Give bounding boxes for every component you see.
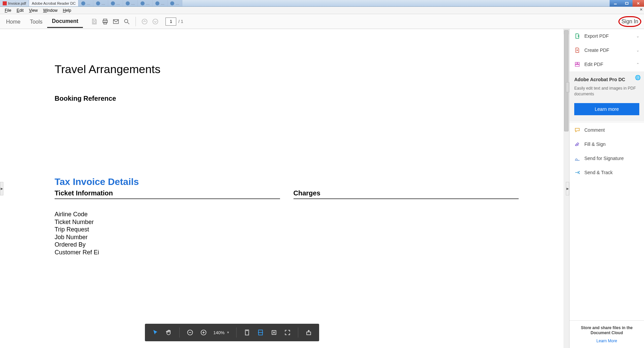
tool-comment[interactable]: Comment — [570, 123, 644, 137]
field-label: Airline Code — [55, 211, 280, 218]
tool-label: Comment — [584, 127, 605, 133]
edit-pdf-icon — [574, 61, 580, 67]
view-controls-toolbar: 140% ▼ — [145, 324, 319, 341]
tool-label: Send & Track — [584, 170, 613, 175]
tool-label: Fill & Sign — [584, 141, 606, 147]
menu-help[interactable]: Help — [60, 7, 74, 13]
tools-pane-footer: Store and share files in the Document Cl… — [570, 320, 644, 348]
tool-send-track[interactable]: Send & Track — [570, 165, 644, 180]
toolbar: Home Tools Document / 1 Sign In — [0, 14, 644, 29]
background-browser-tab[interactable]: … — [123, 0, 138, 6]
tab-label: Invoice.pdf — [8, 1, 26, 5]
favicon-icon — [111, 1, 115, 5]
favicon-icon — [170, 1, 174, 5]
window-tab-invoice[interactable]: Invoice.pdf — [0, 0, 29, 6]
comment-icon — [574, 127, 580, 133]
field-label: Job Number — [55, 233, 280, 241]
send-track-icon — [574, 169, 580, 176]
favicon-icon — [126, 1, 130, 5]
read-mode-icon[interactable] — [303, 327, 314, 338]
document-viewer[interactable]: ▶ Travel Arrangements Booking Reference … — [0, 29, 569, 348]
svg-rect-22 — [575, 62, 577, 64]
zoom-out-icon[interactable] — [184, 327, 196, 338]
field-label: Ticket Number — [55, 218, 280, 226]
window-tab-acrobat[interactable]: Adobe Acrobat Reader DC — [29, 0, 79, 6]
svg-rect-4 — [93, 22, 96, 23]
zoom-level-dropdown[interactable]: 140% ▼ — [211, 329, 232, 337]
nav-home[interactable]: Home — [1, 15, 25, 28]
tool-label: Edit PDF — [584, 62, 603, 67]
background-browser-tab[interactable]: … — [138, 0, 153, 6]
print-icon[interactable] — [100, 16, 111, 27]
favicon-icon — [81, 1, 85, 5]
menu-file[interactable]: File — [2, 7, 14, 13]
scroll-thumb[interactable] — [564, 30, 569, 131]
tool-send-signature[interactable]: Send for Signature — [570, 151, 644, 165]
page-down-icon — [150, 16, 161, 27]
tool-create-pdf[interactable]: Create PDF ⌄ — [570, 43, 644, 57]
document-close-button[interactable]: ✕ — [640, 7, 643, 12]
background-browser-tab[interactable]: … — [167, 0, 182, 6]
pdf-icon — [3, 1, 7, 5]
svg-point-12 — [153, 19, 158, 24]
tool-export-pdf[interactable]: Export PDF ⌄ — [570, 29, 644, 43]
hand-tool-icon[interactable] — [163, 327, 175, 338]
page-up-icon — [139, 16, 150, 27]
search-icon[interactable] — [121, 16, 132, 27]
page-number-input[interactable] — [165, 18, 176, 26]
footer-text: Store and share files in the Document Cl… — [574, 325, 640, 336]
footer-learn-more-link[interactable]: Learn More — [574, 339, 640, 343]
fill-sign-icon — [574, 141, 580, 147]
tool-label: Export PDF — [584, 33, 609, 39]
selection-tool-icon[interactable] — [150, 327, 161, 338]
window-maximize-button[interactable] — [621, 0, 633, 7]
email-icon[interactable] — [111, 16, 121, 27]
tab-label: Adobe Acrobat Reader DC — [32, 1, 75, 5]
nav-document[interactable]: Document — [47, 15, 83, 28]
background-browser-tab[interactable]: … — [108, 0, 123, 6]
window-controls — [610, 0, 644, 6]
svg-rect-1 — [625, 2, 628, 4]
favicon-icon — [155, 1, 159, 5]
menu-window[interactable]: Window — [40, 7, 60, 13]
window-minimize-button[interactable] — [610, 0, 621, 7]
tool-edit-pdf[interactable]: Edit PDF ⌃ — [570, 57, 644, 71]
fit-page-icon[interactable] — [241, 327, 253, 338]
fit-width-icon[interactable] — [255, 327, 266, 338]
zoom-in-icon[interactable] — [198, 327, 209, 338]
favicon-icon — [141, 1, 145, 5]
zoom-value: 140% — [213, 330, 224, 335]
main-area: ▶ Travel Arrangements Booking Reference … — [0, 29, 644, 348]
right-pane-toggle[interactable]: ▶ — [566, 182, 569, 195]
section-charges: Charges — [294, 189, 519, 199]
export-pdf-icon — [574, 33, 580, 39]
fit-visible-icon[interactable] — [268, 327, 280, 338]
menu-edit[interactable]: Edit — [14, 7, 26, 13]
learn-more-button[interactable]: Learn more — [574, 103, 639, 115]
menu-view[interactable]: View — [26, 7, 40, 13]
background-browser-tab[interactable]: … — [153, 0, 167, 6]
field-label: Ordered By — [55, 241, 280, 249]
sign-in-button[interactable]: Sign In — [618, 16, 641, 27]
svg-rect-21 — [307, 332, 311, 335]
create-pdf-icon — [574, 47, 580, 53]
field-label: Trip Request — [55, 226, 280, 233]
left-pane-toggle[interactable]: ▶ — [0, 182, 3, 195]
tools-pane: Export PDF ⌄ Create PDF ⌄ Edit PDF ⌃ 🌐 A… — [569, 29, 644, 348]
chevron-down-icon: ⌄ — [636, 48, 639, 53]
svg-point-28 — [579, 173, 580, 174]
window-close-button[interactable] — [633, 0, 644, 7]
pdf-page: Travel Arrangements Booking Reference Ta… — [4, 29, 569, 256]
menubar: File Edit View Window Help ✕ — [0, 7, 644, 14]
svg-line-10 — [128, 22, 129, 24]
section-ticket-info: Ticket Information — [55, 189, 280, 199]
fullscreen-icon[interactable] — [282, 327, 293, 338]
tool-fill-sign[interactable]: Fill & Sign — [570, 137, 644, 151]
window-titlebar: Invoice.pdf Adobe Acrobat Reader DC … … … — [0, 0, 644, 7]
nav-tools[interactable]: Tools — [25, 15, 47, 28]
background-browser-tab[interactable]: … — [93, 0, 108, 6]
scroll-grip-icon[interactable] — [566, 82, 569, 92]
field-label: Customer Ref Ei — [55, 249, 280, 256]
edit-pdf-panel: 🌐 Adobe Acrobat Pro DC Easily edit text … — [570, 71, 644, 121]
background-browser-tab[interactable]: … — [79, 0, 93, 6]
